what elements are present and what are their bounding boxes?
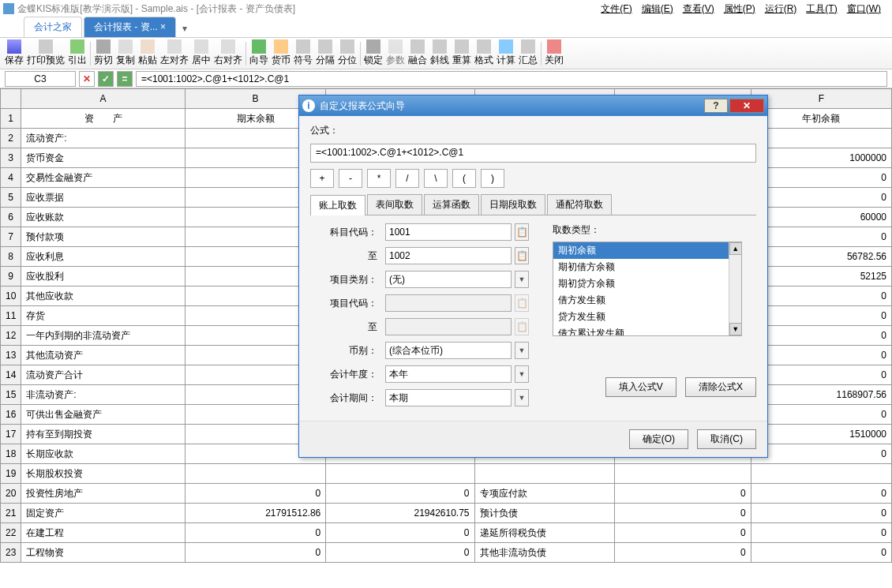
fetch-type-option[interactable]: 期初贷方余额 <box>553 275 741 292</box>
dialog-tab-3[interactable]: 日期段取数 <box>481 194 545 215</box>
cell[interactable]: 0 <box>615 543 751 563</box>
fetch-type-option[interactable]: 借方累计发生额 <box>553 325 741 336</box>
ok-button[interactable]: 确定(O) <box>629 429 688 449</box>
subject-from-lookup-button[interactable]: 📋 <box>515 223 529 241</box>
operator-)-button[interactable]: ) <box>481 169 504 188</box>
copy-button[interactable]: 复制 <box>114 38 137 69</box>
project-class-dropdown-button[interactable]: ▼ <box>515 271 529 288</box>
fetch-type-option[interactable]: 期初借方余额 <box>553 259 741 275</box>
cell[interactable]: 0 <box>326 543 474 563</box>
cell[interactable] <box>615 464 751 484</box>
period-select[interactable] <box>385 389 512 406</box>
cell[interactable]: 0 <box>185 523 325 543</box>
wizard-button[interactable]: 向导 <box>248 38 270 69</box>
tab-close-icon[interactable]: × <box>160 21 166 32</box>
close-button[interactable]: 关闭 <box>543 38 565 69</box>
cell[interactable]: 0 <box>751 365 891 385</box>
cell[interactable]: 0 <box>751 306 891 326</box>
row-header[interactable]: 15 <box>1 385 21 405</box>
tab-home[interactable]: 会计之家 <box>24 17 82 37</box>
recalc-button[interactable]: 重算 <box>451 38 473 69</box>
cell[interactable]: 0 <box>751 504 891 523</box>
separator-button[interactable]: 分隔 <box>314 38 336 69</box>
dialog-title-bar[interactable]: i 自定义报表公式向导 ? ✕ <box>299 96 767 116</box>
cell[interactable] <box>474 464 615 484</box>
cell-reference-box[interactable]: C3 <box>5 71 76 87</box>
row-header[interactable]: 17 <box>1 425 21 444</box>
diagonal-button[interactable]: 斜线 <box>429 38 451 69</box>
cell[interactable]: 1000000 <box>751 148 891 168</box>
cell[interactable]: 21942610.75 <box>326 504 474 523</box>
cell[interactable]: 0 <box>185 543 325 563</box>
dialog-tab-2[interactable]: 运算函数 <box>424 194 479 215</box>
fill-formula-button[interactable]: 填入公式V <box>605 377 676 397</box>
menu-edit[interactable]: 编辑(E) <box>642 2 673 16</box>
row-header[interactable]: 20 <box>1 484 21 504</box>
cell[interactable]: 应收票据 <box>21 188 185 208</box>
cell[interactable]: 预付款项 <box>21 227 185 247</box>
cell[interactable]: 其他非流动负债 <box>474 543 615 563</box>
cell[interactable]: 0 <box>751 227 891 247</box>
menu-window[interactable]: 窗口(W) <box>847 2 881 16</box>
formula-confirm-button[interactable]: ✓ <box>98 71 114 87</box>
cell[interactable]: 可供出售金融资产 <box>21 405 185 425</box>
menu-view[interactable]: 查看(V) <box>683 2 714 16</box>
cell[interactable]: 流动资产合计 <box>21 365 185 385</box>
cell[interactable]: 0 <box>751 543 891 563</box>
cell[interactable]: 0 <box>615 504 751 523</box>
col-header-A[interactable]: A <box>21 89 185 109</box>
align-right-button[interactable]: 右对齐 <box>212 38 244 69</box>
formula-input[interactable]: =<1001:1002>.C@1+<1012>.C@1 <box>136 71 887 87</box>
cell[interactable]: 0 <box>751 168 891 188</box>
dialog-close-button[interactable]: ✕ <box>729 99 764 113</box>
cell[interactable]: 0 <box>751 523 891 543</box>
year-dropdown-button[interactable]: ▼ <box>515 365 529 383</box>
row-header[interactable]: 23 <box>1 543 21 563</box>
paste-button[interactable]: 粘贴 <box>137 38 159 69</box>
menu-file[interactable]: 文件(F) <box>601 2 632 16</box>
cell[interactable]: 预计负债 <box>474 504 615 523</box>
cell[interactable]: 其他应收款 <box>21 287 185 306</box>
cell[interactable]: 持有至到期投资 <box>21 425 185 444</box>
operator-*-button[interactable]: * <box>367 169 391 188</box>
currency-button[interactable]: 货币 <box>270 38 292 69</box>
cell[interactable]: 流动资产: <box>21 129 185 148</box>
row-header[interactable]: 2 <box>1 129 21 148</box>
operator-(-button[interactable]: ( <box>452 169 476 188</box>
operator-\-button[interactable]: \ <box>424 169 448 188</box>
row-header[interactable]: 19 <box>1 464 21 484</box>
scroll-down-button[interactable]: ▼ <box>729 323 742 335</box>
menu-property[interactable]: 属性(P) <box>724 2 755 16</box>
cell[interactable]: 1510000 <box>751 425 891 444</box>
formula-cancel-button[interactable]: ✕ <box>79 71 95 87</box>
cell[interactable]: 专项应付款 <box>474 484 615 504</box>
row-header[interactable]: 8 <box>1 247 21 267</box>
row-header[interactable]: 14 <box>1 365 21 385</box>
cancel-button[interactable]: 取消(C) <box>697 429 756 449</box>
cell[interactable]: 年初余额 <box>751 109 891 129</box>
cell[interactable]: 固定资产 <box>21 504 185 523</box>
cell[interactable]: 0 <box>185 484 325 504</box>
cell[interactable]: 0 <box>751 484 891 504</box>
scroll-up-button[interactable]: ▲ <box>729 242 742 255</box>
cell[interactable]: 0 <box>751 346 891 365</box>
align-center-button[interactable]: 居中 <box>190 38 212 69</box>
operator---button[interactable]: - <box>339 169 362 188</box>
fetch-type-option[interactable]: 借方发生额 <box>553 292 741 309</box>
row-header[interactable]: 16 <box>1 405 21 425</box>
print-preview-button[interactable]: 打印预览 <box>25 38 66 69</box>
operator-+-button[interactable]: + <box>310 169 334 188</box>
cell[interactable]: 52125 <box>751 267 891 287</box>
row-header[interactable]: 12 <box>1 326 21 346</box>
cell[interactable]: 0 <box>615 523 751 543</box>
row-header[interactable]: 11 <box>1 306 21 326</box>
lock-button[interactable]: 锁定 <box>362 38 384 69</box>
cell[interactable]: 其他流动资产 <box>21 346 185 365</box>
row-header[interactable]: 4 <box>1 168 21 188</box>
dialog-help-button[interactable]: ? <box>704 99 728 113</box>
cell[interactable]: 长期股权投资 <box>21 464 185 484</box>
cell[interactable]: 应收账款 <box>21 208 185 227</box>
row-header[interactable]: 6 <box>1 208 21 227</box>
menu-tool[interactable]: 工具(T) <box>806 2 837 16</box>
cell[interactable]: 0 <box>751 405 891 425</box>
